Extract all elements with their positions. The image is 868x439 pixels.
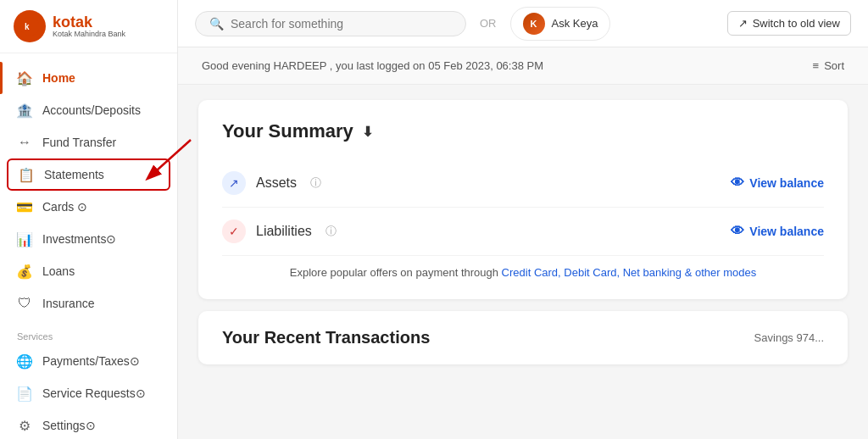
transactions-card: Your Recent Transactions Savings 974...	[198, 311, 848, 364]
sidebar-item-service-requests[interactable]: 📄 Service Requests⊙	[0, 377, 177, 409]
savings-label: Savings 974...	[754, 331, 824, 344]
insurance-icon: 🛡	[17, 296, 32, 311]
sidebar-item-investments[interactable]: 📊 Investments⊙	[0, 223, 177, 255]
sidebar-item-label: Statements	[44, 168, 104, 181]
search-input[interactable]	[231, 17, 452, 31]
ask-keya-label: Ask Keya	[552, 17, 598, 30]
offers-bar: Explore popular offers on payment throug…	[222, 256, 824, 284]
eye-icon: 👁	[731, 175, 744, 191]
sort-icon: ≡	[813, 59, 820, 72]
sidebar-item-label: Accounts/Deposits	[42, 103, 141, 117]
sidebar-item-home[interactable]: 🏠 Home	[0, 62, 177, 94]
sidebar-item-label: Settings⊙	[42, 419, 96, 432]
liabilities-view-balance-button[interactable]: 👁 View balance	[731, 224, 824, 239]
greeting-text: Good evening HARDEEP , you last logged o…	[202, 59, 543, 72]
switch-icon: ↗	[738, 17, 748, 30]
liabilities-icon: ✓	[222, 220, 246, 243]
search-bar[interactable]: 🔍	[195, 11, 466, 36]
or-label: OR	[480, 17, 497, 30]
settings-icon: ⚙	[17, 418, 32, 433]
assets-info-icon[interactable]: ⓘ	[310, 175, 321, 191]
sidebar-item-accounts[interactable]: 🏦 Accounts/Deposits	[0, 94, 177, 126]
offer-links[interactable]: Credit Card, Debit Card, Net banking & o…	[502, 266, 757, 279]
liabilities-row: ✓ Liabilities ⓘ 👁 View balance	[222, 208, 824, 256]
statements-icon: 📋	[19, 167, 34, 182]
view-balance-label-2: View balance	[749, 225, 824, 238]
home-icon: 🏠	[17, 70, 32, 86]
sidebar-item-loans[interactable]: 💰 Loans	[0, 255, 177, 287]
sidebar-item-label: Investments⊙	[42, 232, 116, 246]
download-icon[interactable]: ⬇	[362, 124, 373, 140]
transactions-title: Your Recent Transactions	[222, 328, 430, 347]
services-section-label: Services	[0, 320, 177, 345]
main-content: 🔍 OR K Ask Keya ↗ Switch to old view Goo…	[178, 0, 868, 439]
sidebar-item-label: Cards ⊙	[42, 200, 87, 214]
assets-label-group: ↗ Assets ⓘ	[222, 171, 321, 195]
investments-icon: 📊	[17, 231, 32, 247]
assets-row: ↗ Assets ⓘ 👁 View balance	[222, 159, 824, 208]
logo-brand: kotak	[53, 14, 125, 30]
summary-title-row: Your Summary ⬇	[222, 120, 824, 142]
sidebar-item-cards[interactable]: 💳 Cards ⊙	[0, 191, 177, 223]
summary-card: Your Summary ⬇ ↗ Assets ⓘ 👁 View balance…	[198, 100, 848, 299]
logo-icon: k	[14, 10, 46, 42]
sidebar-item-settings[interactable]: ⚙ Settings⊙	[0, 409, 177, 439]
payments-icon: 🌐	[17, 353, 32, 369]
fund-transfer-icon: ↔	[17, 135, 32, 150]
sidebar: k kotak Kotak Mahindra Bank 🏠 Home 🏦 Acc…	[0, 0, 178, 439]
service-requests-icon: 📄	[17, 386, 32, 401]
svg-text:k: k	[25, 22, 30, 31]
liabilities-info-icon[interactable]: ⓘ	[326, 224, 337, 239]
svg-point-0	[20, 17, 39, 36]
sidebar-nav: 🏠 Home 🏦 Accounts/Deposits ↔ Fund Transf…	[0, 53, 177, 439]
sort-button[interactable]: ≡ Sort	[813, 59, 844, 72]
loans-icon: 💰	[17, 264, 32, 279]
sidebar-item-label: Loans	[42, 264, 75, 278]
view-balance-label: View balance	[749, 176, 824, 190]
eye-icon-2: 👁	[731, 224, 744, 239]
search-icon: 🔍	[209, 17, 224, 31]
accounts-icon: 🏦	[17, 103, 32, 118]
liabilities-label-group: ✓ Liabilities ⓘ	[222, 220, 337, 243]
switch-old-label: Switch to old view	[753, 17, 840, 30]
sidebar-item-insurance[interactable]: 🛡 Insurance	[0, 287, 177, 320]
sidebar-item-label: Fund Transfer	[42, 136, 116, 149]
liabilities-label: Liabilities	[256, 224, 312, 239]
assets-label: Assets	[256, 175, 297, 191]
logo-area: k kotak Kotak Mahindra Bank	[0, 0, 177, 53]
content-area: Good evening HARDEEP , you last logged o…	[178, 47, 868, 439]
sidebar-item-label: Payments/Taxes⊙	[42, 354, 140, 368]
sidebar-item-label: Service Requests⊙	[42, 386, 146, 400]
cards-icon: 💳	[17, 199, 32, 214]
summary-title-text: Your Summary	[222, 120, 353, 142]
sidebar-item-fund-transfer[interactable]: ↔ Fund Transfer	[0, 126, 177, 158]
header: 🔍 OR K Ask Keya ↗ Switch to old view	[178, 0, 868, 47]
assets-icon: ↗	[222, 171, 246, 195]
offers-text: Explore popular offers on payment throug…	[290, 266, 502, 279]
assets-view-balance-button[interactable]: 👁 View balance	[731, 175, 824, 191]
greeting-bar: Good evening HARDEEP , you last logged o…	[178, 47, 868, 85]
ask-keya-button[interactable]: K Ask Keya	[510, 7, 611, 41]
logo-text: kotak Kotak Mahindra Bank	[53, 14, 125, 38]
sidebar-item-label: Insurance	[42, 297, 94, 310]
logo-subtitle: Kotak Mahindra Bank	[53, 30, 125, 38]
switch-old-view-button[interactable]: ↗ Switch to old view	[727, 11, 851, 36]
sidebar-item-statements[interactable]: 📋 Statements	[7, 158, 170, 191]
sidebar-item-label: Home	[42, 71, 75, 85]
sidebar-item-payments[interactable]: 🌐 Payments/Taxes⊙	[0, 345, 177, 377]
keya-avatar: K	[523, 13, 545, 35]
sort-label: Sort	[824, 59, 844, 72]
